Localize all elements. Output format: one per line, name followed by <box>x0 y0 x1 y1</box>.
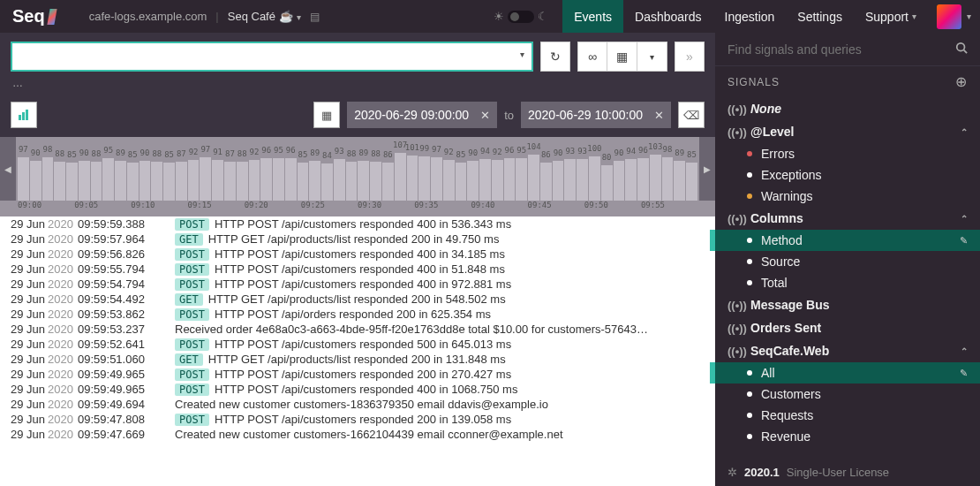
histogram[interactable]: ◀ 97909888859088958985908885879297918788… <box>0 137 715 201</box>
histogram-bar[interactable]: 104 <box>528 155 539 201</box>
histogram-bar[interactable]: 90 <box>30 161 41 201</box>
signal-item[interactable]: Total✎ <box>715 272 980 293</box>
edit-icon[interactable]: ✎ <box>960 368 968 379</box>
signal-group[interactable]: ((•))None <box>715 97 980 120</box>
event-row[interactable]: 29 Jun202009:59:49.965POSTHTTP POST /api… <box>0 367 715 382</box>
signal-item[interactable]: All✎ <box>715 362 980 383</box>
histogram-bar[interactable]: 93 <box>334 159 345 201</box>
signal-item[interactable]: Errors✎ <box>715 143 980 164</box>
calendar-button[interactable]: ▦ <box>313 102 340 128</box>
event-row[interactable]: 29 Jun202009:59:47.808POSTHTTP POST /api… <box>0 412 715 427</box>
event-row[interactable]: 29 Jun202009:59:55.794POSTHTTP POST /api… <box>0 262 715 277</box>
histogram-bar[interactable]: 90 <box>467 161 479 201</box>
histogram-bar[interactable]: 96 <box>637 158 649 201</box>
event-row[interactable]: 29 Jun202009:59:47.669Created new custom… <box>0 427 715 442</box>
chart-icon[interactable] <box>11 102 37 128</box>
link-button[interactable]: ∞ <box>577 42 607 72</box>
overflow-button[interactable]: » <box>675 42 705 72</box>
signal-item[interactable]: Exceptions✎ <box>715 164 980 186</box>
event-row[interactable]: 29 Jun202009:59:54.794POSTHTTP POST /api… <box>0 277 715 292</box>
histogram-bar[interactable]: 97 <box>431 157 442 201</box>
more-button[interactable]: ▾ <box>637 42 667 72</box>
nav-events[interactable]: Events <box>562 0 623 33</box>
event-row[interactable]: 29 Jun202009:59:49.965POSTHTTP POST /api… <box>0 382 715 397</box>
histogram-bar[interactable]: 100 <box>589 156 600 201</box>
edit-icon[interactable]: ✎ <box>960 235 968 247</box>
clear-range-button[interactable]: ⌫ <box>678 102 705 128</box>
event-row[interactable]: 29 Jun202009:59:53.237Received order 4e6… <box>0 322 715 337</box>
event-row[interactable]: 29 Jun202009:59:56.826POSTHTTP POST /api… <box>0 247 715 262</box>
histogram-bar[interactable]: 90 <box>614 161 625 201</box>
histogram-bar[interactable]: 92 <box>492 160 503 201</box>
nav-support[interactable]: Support▾ <box>854 0 928 33</box>
histogram-bar[interactable]: 97 <box>200 157 211 201</box>
histogram-bar[interactable]: 96 <box>504 158 516 201</box>
event-row[interactable]: 29 Jun202009:59:51.060GETHTTP GET /api/p… <box>0 352 715 367</box>
signal-item[interactable]: Method✎ <box>715 230 980 251</box>
histogram-bar[interactable]: 96 <box>260 158 272 201</box>
histogram-bar[interactable]: 85 <box>163 163 175 201</box>
histogram-bar[interactable]: 89 <box>358 161 369 201</box>
histogram-next[interactable]: ▶ <box>699 137 715 201</box>
histogram-bar[interactable]: 90 <box>79 161 90 201</box>
event-row[interactable]: 29 Jun202009:59:59.388POSTHTTP POST /api… <box>0 216 715 232</box>
signal-group[interactable]: ((•))Message Bus <box>715 293 980 316</box>
histogram-bar[interactable]: 92 <box>249 160 260 201</box>
histogram-bar[interactable]: 89 <box>309 161 320 201</box>
signal-item[interactable]: Requests✎ <box>715 405 980 426</box>
histogram-bar[interactable]: 94 <box>479 159 491 201</box>
signals-search-input[interactable] <box>727 42 955 57</box>
histogram-bar[interactable]: 91 <box>212 160 223 201</box>
signal-group[interactable]: ((•))SeqCafe.Web⌃ <box>715 339 980 362</box>
event-row[interactable]: 29 Jun202009:59:49.694Created new custom… <box>0 397 715 412</box>
histogram-bar[interactable]: 86 <box>540 163 552 201</box>
histogram-bar[interactable]: 85 <box>298 163 309 201</box>
histogram-bar[interactable]: 85 <box>127 163 139 201</box>
histogram-bar[interactable]: 98 <box>42 157 54 201</box>
histogram-bar[interactable]: 98 <box>662 157 674 201</box>
histogram-bar[interactable]: 85 <box>456 163 467 201</box>
histogram-bar[interactable]: 88 <box>346 162 358 201</box>
chevron-down-icon[interactable]: ▾ <box>520 49 524 59</box>
histogram-bar[interactable]: 89 <box>674 161 685 201</box>
histogram-bar[interactable]: 87 <box>224 162 236 201</box>
nav-ingestion[interactable]: Ingestion <box>713 0 787 33</box>
histogram-bar[interactable]: 92 <box>443 160 455 201</box>
histogram-bar[interactable]: 90 <box>139 161 151 201</box>
histogram-bar[interactable]: 103 <box>650 155 661 201</box>
grid-button[interactable]: ▦ <box>607 42 637 72</box>
nav-dashboards[interactable]: Dashboards <box>623 0 713 33</box>
signal-group[interactable]: ((•))Orders Sent <box>715 316 980 339</box>
histogram-bar[interactable]: 84 <box>321 163 333 201</box>
user-menu[interactable]: ▾ <box>928 4 980 29</box>
histogram-bar[interactable]: 85 <box>66 163 78 201</box>
time-from[interactable]: 2020-06-29 09:00:00✕ <box>347 102 497 128</box>
histogram-prev[interactable]: ◀ <box>0 137 16 201</box>
histogram-bar[interactable]: 93 <box>577 159 588 201</box>
histogram-bar[interactable]: 97 <box>18 157 29 201</box>
search-icon[interactable] <box>955 42 968 57</box>
histogram-bar[interactable]: 90 <box>553 161 564 201</box>
add-signal-button[interactable]: ⊕ <box>955 73 968 90</box>
close-icon[interactable]: ✕ <box>654 109 664 122</box>
logo[interactable]: Seq <box>0 6 68 27</box>
signal-group[interactable]: ((•))Columns⌃ <box>715 207 980 230</box>
workspace-dropdown[interactable]: Seq Café ☕▾ <box>228 10 301 23</box>
histogram-bar[interactable]: 88 <box>54 162 65 201</box>
histogram-bar[interactable]: 85 <box>686 163 697 201</box>
save-icon[interactable]: ▤ <box>310 11 320 23</box>
histogram-bar[interactable]: 88 <box>237 162 248 201</box>
signal-item[interactable]: Revenue✎ <box>715 426 980 447</box>
histogram-bar[interactable]: 86 <box>382 163 394 201</box>
histogram-bar[interactable]: 101 <box>407 156 418 201</box>
theme-toggle[interactable]: ☀ ☾ <box>494 10 548 23</box>
histogram-bar[interactable]: 95 <box>273 158 284 201</box>
histogram-bar[interactable]: 99 <box>418 156 430 201</box>
close-icon[interactable]: ✕ <box>480 109 490 122</box>
histogram-bar[interactable]: 88 <box>151 162 162 201</box>
histogram-bar[interactable]: 95 <box>102 158 114 201</box>
nav-settings[interactable]: Settings <box>786 0 854 33</box>
signal-group[interactable]: ((•))@Level⌃ <box>715 120 980 143</box>
signal-item[interactable]: Warnings✎ <box>715 186 980 207</box>
histogram-bar[interactable]: 87 <box>176 162 187 201</box>
